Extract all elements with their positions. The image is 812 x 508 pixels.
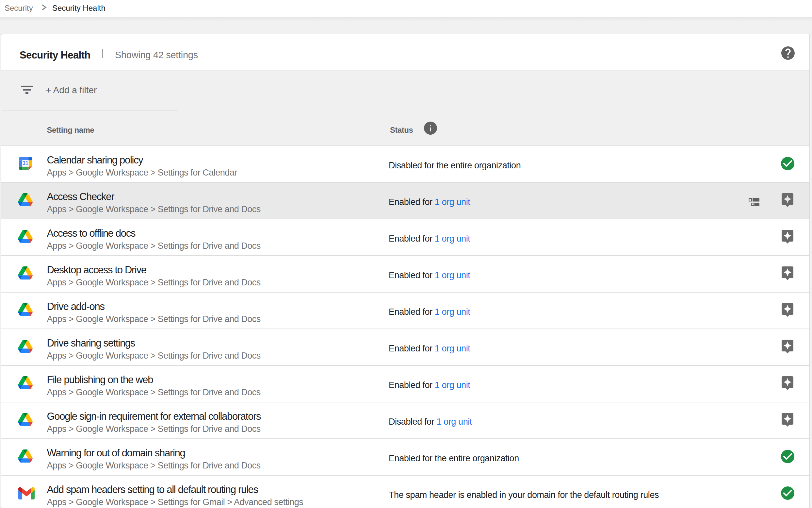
svg-text:31: 31 [22,161,29,166]
